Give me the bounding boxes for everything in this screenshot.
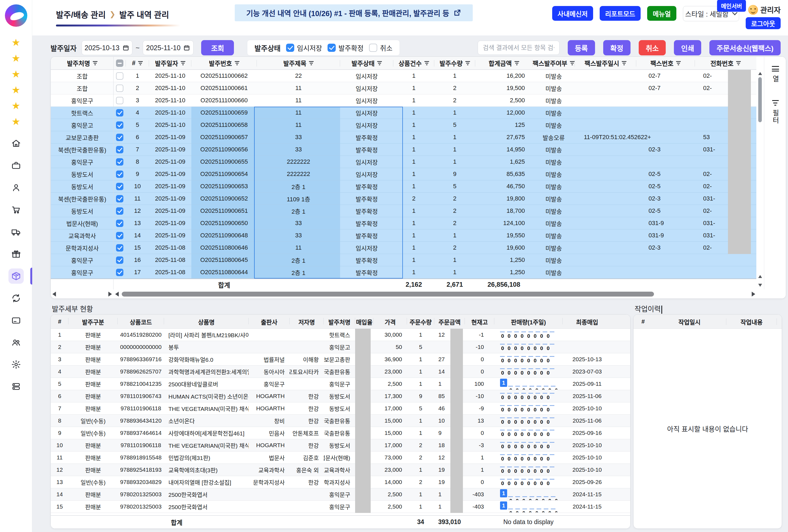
sidebar-item-gift[interactable] [8, 246, 24, 262]
filter-icon[interactable] [622, 61, 626, 65]
favorite-star-icon[interactable]: ★ [12, 54, 20, 63]
column-header-items[interactable]: 상품건수 [393, 57, 434, 69]
print-button[interactable]: 인쇄 [674, 40, 701, 55]
column-header-work-datetime[interactable]: 작업일시 [653, 314, 726, 328]
row-checkbox[interactable] [116, 195, 123, 202]
favorite-star-icon[interactable]: ★ [12, 85, 20, 95]
logout-button[interactable]: 로그아웃 [746, 17, 781, 29]
scroll-left-arrow[interactable] [53, 292, 56, 296]
order-row-vendor[interactable]: 북센(한국출판유통) [51, 143, 113, 156]
filter-icon[interactable] [181, 61, 185, 65]
row-checkbox[interactable] [116, 134, 123, 141]
frozen-pane-hscrollbar[interactable] [53, 291, 112, 298]
status-confirmed-checkbox[interactable]: 발주확정 [328, 43, 363, 53]
order-row-vendor[interactable]: 문학과지성사 [51, 242, 113, 254]
order-row-vendor[interactable]: 교보문고총판 [51, 131, 113, 143]
order-row-vendor[interactable]: 핫트랙스 [51, 107, 113, 119]
column-header-ono[interactable]: 발주번호 [191, 57, 257, 69]
search-input[interactable] [478, 41, 559, 55]
order-row[interactable]: 22025-11-10O202511100066111임시저장1219,500미… [114, 82, 756, 95]
order-row[interactable]: 62025-11-09O202511090065733발주확정1127,675발… [114, 131, 756, 143]
select-all-checkbox-indeterminate[interactable] [116, 60, 123, 67]
breadcrumb-parent[interactable]: 발주/배송 관리 [56, 8, 106, 20]
column-header-code[interactable]: 상품코드 [118, 314, 164, 328]
checkbox-checked-icon[interactable] [328, 44, 336, 52]
order-row-vendor[interactable]: 동방도서 [51, 168, 113, 180]
column-header-status[interactable]: 발주상태 [340, 57, 393, 69]
column-header-author[interactable]: 저자명 [290, 314, 324, 328]
order-row-vendor[interactable]: 북센(한국출판유통) [51, 192, 113, 205]
scroll-up-arrow[interactable] [758, 72, 762, 75]
sidebar-item-truck[interactable] [8, 224, 24, 240]
filter-icon[interactable] [235, 61, 239, 65]
row-checkbox[interactable] [116, 97, 123, 104]
column-header-fax_dt[interactable]: 팩스발주일시 [575, 57, 636, 69]
vertical-scrollbar[interactable] [756, 57, 764, 299]
checkbox-checked-icon[interactable] [286, 44, 294, 52]
detail-row[interactable]: 15판매분97802013250032500한국화엽서홍익문구2,50011-4… [51, 500, 630, 513]
order-row-vendor[interactable]: 홍익문구 [51, 254, 113, 266]
scroll-right-arrow[interactable] [752, 292, 755, 296]
row-checkbox[interactable] [116, 257, 123, 264]
row-checkbox[interactable] [116, 109, 123, 117]
status-canceled-checkbox[interactable]: 취소 [369, 43, 393, 53]
detail-row[interactable]: 2판매분0000000000000봉투홍익문고505-100 0 0 0 0 0… [51, 341, 630, 353]
detail-row[interactable]: 9일반(수동)9788937464614사랑에대하여[세계문학전집461]민음사… [51, 427, 630, 439]
sidebar-item-gear[interactable] [8, 357, 24, 372]
checkbox-unchecked-icon[interactable] [369, 44, 377, 52]
scroll-right-arrow[interactable] [109, 292, 112, 296]
order-row[interactable]: 152025-11-08O202511080064611임시저장1219,600… [114, 242, 756, 254]
favorite-star-icon[interactable]: ★ [12, 69, 20, 79]
row-checkbox[interactable] [116, 72, 123, 80]
column-header-type[interactable]: 발주구분 [68, 314, 118, 328]
order-row[interactable]: 122025-11-09O20251109006512층 1발주확정1218,7… [114, 205, 756, 217]
column-header-num[interactable]: # [633, 314, 653, 328]
detail-row[interactable]: 12판매분9788925418193교육학에의초대(3판)교육과학사홍은숙 외교… [51, 464, 630, 476]
column-header-price[interactable]: 가격 [373, 314, 407, 328]
sidebar-item-users[interactable] [8, 335, 24, 350]
row-checkbox[interactable] [116, 121, 123, 129]
order-row[interactable]: 142025-11-09O202511090064833발주확정1119,550… [114, 229, 756, 242]
detail-row[interactable]: 7판매분9781101906118THE VEGETARIAN(미국판) 채식주… [51, 403, 630, 415]
sidebar-item-card[interactable] [8, 313, 24, 328]
favorite-star-icon[interactable]: ★ [12, 117, 20, 127]
column-header-date[interactable]: 발주일자 [149, 57, 191, 69]
row-checkbox[interactable] [116, 85, 123, 92]
order-row[interactable]: 52025-11-10O202511100065811임시저장15125미발송 [114, 119, 756, 131]
detail-row[interactable]: 5판매분97882100412352500대왕네잎클로버홍익문구홍익문구2,50… [51, 378, 630, 390]
filter-icon[interactable] [425, 61, 429, 65]
status-draft-checkbox[interactable]: 임시저장 [286, 43, 322, 53]
row-checkbox[interactable] [116, 232, 123, 239]
register-button[interactable]: 등록 [568, 40, 595, 55]
detail-row[interactable]: 11판매분9788918915548민법강의(제31판)법문사김준호법문사(현매… [51, 451, 630, 464]
order-row[interactable]: 82025-11-09O20251109006552222222임시저장111,… [114, 156, 756, 168]
order-row-vendor[interactable]: 홍익문구 [51, 156, 113, 168]
filter-icon[interactable] [514, 61, 519, 65]
order-row-vendor[interactable]: 조합 [51, 70, 113, 82]
report-mode-button[interactable]: 리포트모드 [600, 6, 641, 21]
order-row[interactable]: 12025-11-10O202511100066222임시저장1116,200미… [114, 70, 756, 82]
query-button[interactable]: 조회 [201, 40, 234, 55]
sidebar-item-briefcase[interactable] [8, 158, 24, 173]
column-header-vendor[interactable]: 발주처명 [324, 314, 355, 328]
order-row[interactable]: 132025-11-09O202511090065033발주확정12124,10… [114, 217, 756, 229]
order-row[interactable]: 32025-11-10O202511100066011임시저장122,500미발… [114, 95, 756, 107]
app-logo[interactable] [5, 4, 27, 27]
column-header-spark[interactable]: 판매량(1주일) [494, 314, 563, 328]
detail-row[interactable]: 13일반(수동)9788932034829내여자의열매 [한강소설집]문학과지성… [51, 476, 630, 488]
columns-toggle[interactable]: 열 [770, 75, 780, 83]
column-header-stock[interactable]: 현재고 [465, 314, 494, 328]
row-checkbox[interactable] [116, 146, 123, 153]
column-header-phone[interactable]: 전화번호 [695, 57, 756, 69]
filter-icon[interactable] [772, 100, 779, 106]
order-row[interactable]: 102025-11-09O20251109006532층 1발주확정1546,7… [114, 180, 756, 192]
order-row-vendor[interactable]: 조합 [51, 82, 113, 95]
column-header-check[interactable] [114, 57, 126, 69]
filter-icon[interactable] [570, 61, 574, 65]
filter-icon[interactable] [466, 61, 470, 65]
columns-icon[interactable] [772, 66, 779, 71]
column-header-num[interactable]: # [51, 314, 68, 328]
send-order-webfax-button[interactable]: 주문서송신(웹팩스) [709, 40, 781, 55]
detail-row[interactable]: 10판매분9781101906118THE VEGETARIAN(미국판) 채식… [51, 439, 630, 451]
column-header-title[interactable]: 발주제목 [257, 57, 340, 69]
